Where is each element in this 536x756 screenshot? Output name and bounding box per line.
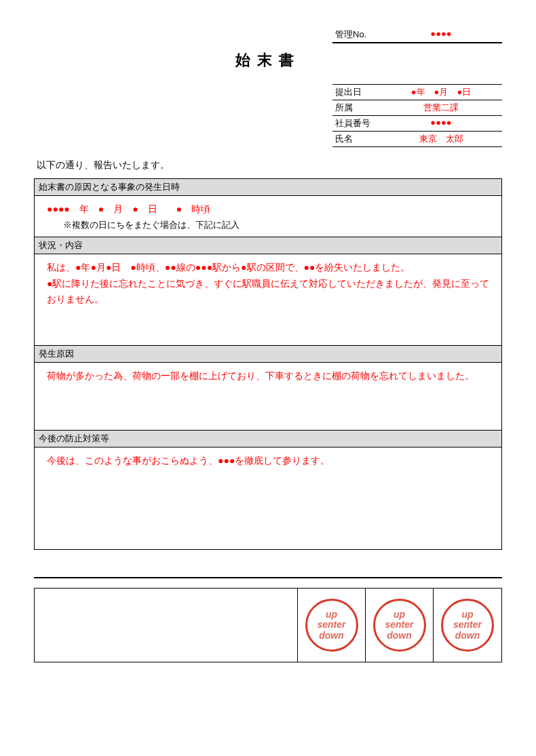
- submission-meta: 提出日 ●年 ●月 ●日 所属 営業二課 社員番号 ●●●● 氏名 東京 太郎: [332, 84, 502, 147]
- stamp-l1: up: [326, 610, 337, 620]
- section-title-situation: 状況・内容: [35, 237, 501, 254]
- management-number-value[interactable]: ●●●●: [383, 28, 499, 41]
- meta-value-date[interactable]: ●年 ●月 ●日: [383, 86, 499, 98]
- stamp-icon: up senter down: [373, 599, 426, 652]
- intro-text: 以下の通り、報告いたします。: [37, 159, 499, 172]
- section-title-cause: 発生原因: [35, 346, 501, 363]
- management-number-row: 管理No. ●●●●: [332, 27, 502, 43]
- situation-p2[interactable]: ●駅に降りた後に忘れたことに気づき、すぐに駅職員に伝えて対応していただきましたが…: [47, 276, 495, 309]
- management-number-label: 管理No.: [335, 28, 383, 41]
- meta-label-name: 氏名: [335, 133, 383, 145]
- meta-label-empno: 社員番号: [335, 117, 383, 130]
- stamp-icon: up senter down: [441, 599, 494, 652]
- stamp-l1: up: [394, 610, 405, 620]
- occurrence-date-line[interactable]: ●●●● 年 ● 月 ● 日 ● 時頃: [47, 201, 495, 218]
- stamp-l1: up: [461, 610, 473, 620]
- stamp-l2: senter: [317, 620, 345, 630]
- situation-p1[interactable]: 私は、●年●月●日 ●時頃、●●線の●●●駅から●駅の区間で、●●を紛失いたしま…: [47, 260, 495, 276]
- meta-label-dept: 所属: [335, 102, 383, 114]
- stamp-cell-3[interactable]: up senter down: [434, 589, 501, 662]
- stamp-l3: down: [455, 631, 480, 641]
- meta-value-name[interactable]: 東京 太郎: [383, 133, 499, 145]
- section-body-cause[interactable]: 荷物が多かった為、荷物の一部を棚に上げており、下車するときに棚の荷物を忘れてしま…: [35, 363, 501, 431]
- approval-row: up senter down up senter down up senter …: [34, 588, 502, 662]
- meta-value-empno[interactable]: ●●●●: [383, 117, 499, 130]
- section-body-prevent[interactable]: 今後は、このような事がおこらぬよう、●●●を徹底して参ります。: [35, 447, 501, 549]
- section-body-occurrence[interactable]: ●●●● 年 ● 月 ● 日 ● 時頃 ※複数の日にちをまたぐ場合は、下記に記入: [35, 196, 501, 237]
- stamp-l3: down: [319, 631, 344, 641]
- stamp-cell-2[interactable]: up senter down: [366, 589, 434, 662]
- meta-value-dept[interactable]: 営業二課: [383, 102, 499, 114]
- occurrence-note: ※複数の日にちをまたぐ場合は、下記に記入: [63, 218, 495, 233]
- prevent-p1[interactable]: 今後は、このような事がおこらぬよう、●●●を徹底して参ります。: [47, 453, 495, 469]
- cause-p1[interactable]: 荷物が多かった為、荷物の一部を棚に上げており、下車するときに棚の荷物を忘れてしま…: [47, 368, 495, 384]
- section-title-prevent: 今後の防止対策等: [35, 431, 501, 447]
- approval-empty: [35, 589, 298, 662]
- section-body-situation[interactable]: 私は、●年●月●日 ●時頃、●●線の●●●駅から●駅の区間で、●●を紛失いたしま…: [35, 254, 501, 346]
- stamp-l2: senter: [453, 620, 482, 630]
- stamp-l3: down: [387, 631, 412, 641]
- separator-line: [34, 577, 502, 578]
- document-title: 始末書: [34, 50, 502, 71]
- meta-label-date: 提出日: [335, 86, 383, 98]
- stamp-l2: senter: [385, 620, 413, 630]
- report-body: 始末書の原因となる事象の発生日時 ●●●● 年 ● 月 ● 日 ● 時頃 ※複数…: [34, 178, 502, 550]
- stamp-icon: up senter down: [305, 599, 358, 652]
- stamp-cell-1[interactable]: up senter down: [298, 589, 366, 662]
- section-title-occurrence: 始末書の原因となる事象の発生日時: [35, 179, 501, 196]
